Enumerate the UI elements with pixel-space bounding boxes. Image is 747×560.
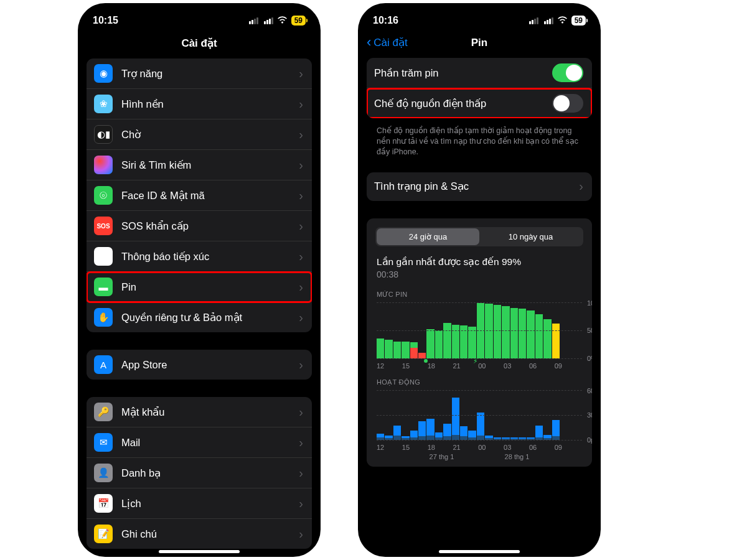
signal-icon <box>249 17 258 24</box>
row-label: Face ID & Mật mã <box>121 190 299 202</box>
chevron-right-icon: › <box>299 128 303 142</box>
battery-icon: ▬ <box>94 278 113 296</box>
chevron-right-icon: › <box>299 280 303 294</box>
row-label: Lịch <box>121 498 299 510</box>
row-label: Chờ <box>121 129 299 141</box>
back-label: Cài đặt <box>374 36 407 49</box>
nav-header: Cài đặt <box>78 30 321 58</box>
battery-indicator: 59 <box>291 16 306 26</box>
seg-24h[interactable]: 24 giờ qua <box>377 228 479 245</box>
status-bar: 10:15 59 <box>78 3 321 30</box>
last-charge-time: 00:38 <box>377 269 582 279</box>
faceid-icon: ⦾ <box>94 186 113 205</box>
sos-icon: SOS <box>94 217 113 235</box>
chevron-right-icon: › <box>299 497 303 511</box>
siri-icon <box>94 156 113 174</box>
chevron-right-icon: › <box>299 436 303 450</box>
clock: 10:15 <box>93 15 118 26</box>
settings-row-siri[interactable]: Siri & Tìm kiếm› <box>87 150 312 180</box>
wifi-icon <box>277 16 288 26</box>
low-power-description: Chế độ nguồn điện thấp tạm thời giảm hoạ… <box>367 122 592 157</box>
back-button[interactable]: ‹ Cài đặt <box>367 35 408 49</box>
settings-row-appstore[interactable]: AApp Store› <box>87 350 312 380</box>
chevron-right-icon: › <box>299 67 303 81</box>
settings-row-privacy[interactable]: ✋Quyền riêng tư & Bảo mật› <box>87 302 312 332</box>
signal-icon-2 <box>544 17 553 24</box>
settings-row-calendar[interactable]: 📅Lịch› <box>87 488 312 519</box>
chevron-right-icon: › <box>299 158 303 172</box>
row-label: Mật khẩu <box>121 406 299 418</box>
battery-indicator: 59 <box>571 16 586 26</box>
calendar-icon: 📅 <box>94 494 113 513</box>
settings-row-faceid[interactable]: ⦾Face ID & Mật mã› <box>87 180 312 211</box>
signal-icon <box>529 17 538 24</box>
usage-card: 24 giờ qua 10 ngày qua Lần gần nhất được… <box>367 218 592 467</box>
row-label: Trợ năng <box>121 68 299 80</box>
row-label: Mail <box>121 437 299 449</box>
settings-row-passwords[interactable]: 🔑Mật khẩu› <box>87 397 312 427</box>
row-label: SOS khẩn cấp <box>121 220 299 232</box>
chevron-right-icon: › <box>299 97 303 111</box>
row-label: Ghi chú <box>121 528 299 540</box>
nav-header: ‹ Cài đặt Pin <box>358 30 601 58</box>
settings-row-notes[interactable]: 📝Ghi chú› <box>87 519 312 549</box>
home-indicator[interactable] <box>439 550 520 553</box>
exposure-icon: ✱ <box>94 247 113 266</box>
battery-content[interactable]: Phần trăm pin Chế độ nguồn điện thấp Chế… <box>358 58 601 557</box>
row-label: Quyền riêng tư & Bảo mật <box>121 312 299 324</box>
standby-icon: ◐▮ <box>94 125 113 144</box>
settings-row-contacts[interactable]: 👤Danh bạ› <box>87 458 312 488</box>
home-indicator[interactable] <box>159 550 240 553</box>
row-label: Thông báo tiếp xúc <box>121 251 299 263</box>
chevron-right-icon: › <box>579 179 583 194</box>
row-low-power-mode[interactable]: Chế độ nguồn điện thấp <box>367 88 592 118</box>
settings-row-wallpaper[interactable]: ❀Hình nền› <box>87 89 312 119</box>
chevron-right-icon: › <box>299 405 303 419</box>
activity-section-label: HOẠT ĐỘNG <box>367 370 592 390</box>
contacts-icon: 👤 <box>94 464 113 482</box>
settings-row-battery[interactable]: ▬Pin› <box>87 272 312 302</box>
level-section-label: MỨC PIN <box>367 282 592 302</box>
appstore-icon: A <box>94 355 113 374</box>
chevron-right-icon: › <box>299 527 303 541</box>
notes-icon: 📝 <box>94 525 113 543</box>
page-title: Pin <box>471 37 487 49</box>
privacy-icon: ✋ <box>94 308 113 327</box>
row-label: Danh bạ <box>121 467 299 479</box>
toggle-low-power[interactable] <box>552 94 583 113</box>
chevron-right-icon: › <box>299 358 303 372</box>
row-battery-percent[interactable]: Phần trăm pin <box>367 58 592 88</box>
battery-level-chart: 100% 50% 0% ⚡︎ <box>377 302 582 358</box>
mail-icon: ✉ <box>94 433 113 452</box>
activity-chart: 60ph 30ph 0ph <box>377 390 582 440</box>
chevron-right-icon: › <box>299 466 303 480</box>
wifi-icon <box>557 16 568 26</box>
segmented-control[interactable]: 24 giờ qua 10 ngày qua <box>375 227 583 246</box>
seg-10d[interactable]: 10 ngày qua <box>479 228 582 245</box>
wallpaper-icon: ❀ <box>94 95 113 113</box>
settings-row-standby[interactable]: ◐▮Chờ› <box>87 119 312 150</box>
settings-row-accessibility[interactable]: ◉Trợ năng› <box>87 58 312 89</box>
settings-row-sos[interactable]: SOSSOS khẩn cấp› <box>87 211 312 241</box>
row-label: Hình nền <box>121 98 299 110</box>
toggle-battery-percent[interactable] <box>552 63 583 82</box>
chevron-right-icon: › <box>299 310 303 325</box>
phone-left-settings: 10:15 59 Cài đặt ◉Trợ năng›❀Hình nền›◐▮C… <box>78 3 321 557</box>
row-battery-health[interactable]: Tình trạng pin & Sạc › <box>367 172 592 201</box>
chevron-right-icon: › <box>299 250 303 264</box>
status-bar: 10:16 59 <box>358 3 601 30</box>
x-axis-hours-2: 1215182100030609 <box>367 440 592 451</box>
row-label: Pin <box>121 281 299 293</box>
settings-list[interactable]: ◉Trợ năng›❀Hình nền›◐▮Chờ›Siri & Tìm kiế… <box>78 58 321 557</box>
row-label: App Store <box>121 359 299 371</box>
accessibility-icon: ◉ <box>94 64 113 83</box>
chevron-left-icon: ‹ <box>367 35 371 49</box>
settings-row-exposure[interactable]: ✱Thông báo tiếp xúc› <box>87 241 312 272</box>
phone-right-battery: 10:16 59 ‹ Cài đặt Pin Phần trăm pin Chế… <box>358 3 601 557</box>
chevron-right-icon: › <box>299 189 303 203</box>
passwords-icon: 🔑 <box>94 403 113 421</box>
x-axis-hours: 1215182100030609 <box>367 358 592 370</box>
row-label: Siri & Tìm kiếm <box>121 159 299 171</box>
settings-row-mail[interactable]: ✉Mail› <box>87 427 312 458</box>
clock: 10:16 <box>373 15 398 26</box>
